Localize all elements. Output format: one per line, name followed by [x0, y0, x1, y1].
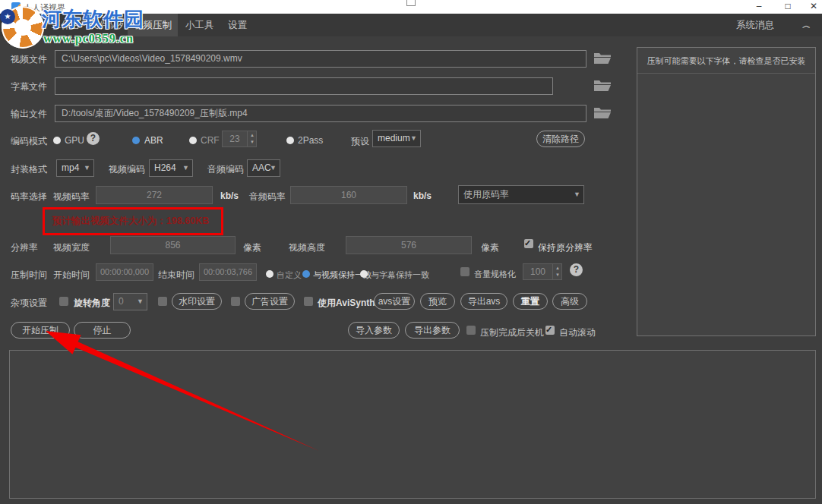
browse-subtitle-folder-icon[interactable] [594, 79, 611, 91]
chevron-down-icon: ▼ [182, 160, 189, 176]
radio-crf[interactable] [189, 137, 197, 144]
avisynth-label[interactable]: 使用AviSynth [318, 297, 375, 310]
output-file-label: 输出文件 [11, 108, 47, 121]
maximize-icon[interactable]: □ [779, 0, 796, 14]
audio-codec-select[interactable]: AAC ▼ [247, 159, 280, 177]
annotation-highlight-box: 预计输出视频文件大小为：198.60KB [43, 207, 223, 235]
radio-time-follow-subtitle[interactable] [360, 270, 368, 278]
rotate-select[interactable]: 0 ▼ [113, 293, 147, 310]
chevron-down-icon: ▼ [410, 131, 417, 146]
video-bitrate-label: 视频码率 [53, 191, 90, 203]
collapse-icon[interactable]: ︿ [802, 14, 811, 36]
container-format-select[interactable]: mp4 ▼ [56, 159, 94, 177]
video-file-input[interactable]: C:\Users\pc\Videos\Video_1578490209.wmv [55, 50, 586, 68]
export-avs-button[interactable]: 导出avs [460, 293, 507, 310]
import-params-button[interactable]: 导入参数 [348, 322, 400, 339]
shutdown-after-checkbox[interactable] [466, 326, 476, 335]
close-icon[interactable]: ✕ [805, 0, 822, 14]
radio-gpu-label[interactable]: GPU [65, 135, 84, 146]
menu-item-video-encode[interactable]: 视频压制 [128, 14, 178, 36]
minimize-icon[interactable]: – [751, 0, 767, 14]
volume-normalize-label[interactable]: 音量规格化 [474, 269, 516, 280]
browse-video-folder-icon[interactable] [594, 52, 611, 64]
bitrate-source-select[interactable]: 使用原码率 ▼ [458, 185, 584, 204]
watermark-settings-button[interactable]: 水印设置 [172, 293, 222, 310]
video-codec-select[interactable]: H264 ▼ [149, 159, 193, 177]
radio-time-follow-video[interactable] [302, 270, 310, 278]
radio-gpu[interactable] [53, 137, 61, 144]
radio-time-follow-subtitle-label[interactable]: 与字幕保持一致 [371, 269, 429, 281]
autoscroll-label[interactable]: 自动滚动 [559, 326, 596, 339]
ad-checkbox[interactable] [231, 297, 240, 306]
menu-item-file-queue[interactable]: 文件队列 [90, 14, 128, 36]
font-check-panel: 压制可能需要以下字体，请检查是否已安装 [637, 47, 816, 336]
container-format-value: mp4 [62, 162, 79, 173]
radio-abr-label[interactable]: ABR [144, 135, 163, 146]
audio-bitrate-input[interactable]: 160 [290, 186, 407, 204]
radio-2pass-label[interactable]: 2Pass [298, 135, 323, 146]
log-output[interactable] [9, 350, 816, 499]
browse-output-folder-icon[interactable] [594, 106, 611, 118]
advanced-button[interactable]: 高级 [552, 293, 587, 310]
volume-stepper[interactable]: 100 ▲ ▼ [523, 263, 562, 280]
menu-item-tools[interactable]: 小工具 [185, 14, 214, 36]
radio-time-custom-label[interactable]: 自定义 [277, 269, 302, 281]
width-unit-label: 像素 [243, 241, 261, 254]
gpu-help-icon[interactable]: ? [87, 132, 100, 145]
time-section-label: 压制时间 [11, 269, 47, 282]
reset-button[interactable]: 重置 [513, 293, 548, 310]
start-encode-button[interactable]: 开始压制 [11, 322, 70, 339]
preset-select[interactable]: medium ▼ [372, 130, 421, 147]
keep-resolution-label[interactable]: 保持原分辨率 [538, 241, 593, 254]
menu-item-workbench[interactable]: 工作台 [52, 14, 81, 36]
shutdown-after-label[interactable]: 压制完成后关机 [480, 326, 544, 339]
video-codec-label: 视频编码 [109, 163, 145, 176]
start-time-input[interactable]: 00:00:00,000 [96, 263, 153, 281]
volume-normalize-checkbox[interactable] [460, 267, 469, 276]
stepper-arrows-icon[interactable]: ▲ ▼ [247, 131, 256, 146]
audio-bitrate-unit: kb/s [413, 191, 432, 201]
bitrate-section-label: 码率选择 [11, 191, 47, 203]
rotate-label[interactable]: 旋转角度 [74, 297, 110, 310]
video-bitrate-input[interactable]: 272 [96, 186, 213, 204]
app-window: 人人译视界 – □ ✕ 工作台 文件队列 视频压制 小工具 设置 系统消息 ︿ … [0, 0, 822, 504]
titlebar: 人人译视界 – □ ✕ [0, 0, 822, 14]
check-icon: ✓ [524, 238, 531, 248]
preview-button[interactable]: 预览 [420, 293, 455, 310]
app-logo-icon [11, 2, 21, 11]
chevron-down-icon: ▼ [84, 160, 90, 176]
video-width-label: 视频宽度 [53, 241, 90, 254]
output-file-input[interactable]: D:/tools/桌面/Video_1578490209_压制版.mp4 [55, 105, 586, 122]
watermark-checkbox[interactable] [158, 297, 167, 306]
radio-crf-label[interactable]: CRF [201, 135, 220, 146]
export-params-button[interactable]: 导出参数 [405, 322, 460, 339]
autoscroll-checkbox[interactable]: ✓ [545, 326, 555, 335]
avs-settings-button[interactable]: avs设置 [374, 293, 415, 310]
menu-item-settings[interactable]: 设置 [228, 14, 247, 36]
volume-value: 100 [530, 266, 545, 277]
radio-abr[interactable] [132, 137, 140, 144]
radio-time-custom[interactable] [266, 270, 273, 278]
video-width-input[interactable]: 856 [110, 236, 236, 254]
avisynth-checkbox[interactable] [304, 297, 313, 306]
stepper-arrows-icon[interactable]: ▲ ▼ [552, 264, 561, 279]
subtitle-file-input[interactable] [55, 77, 553, 95]
video-file-label: 视频文件 [11, 53, 47, 66]
clear-path-button[interactable]: 清除路径 [536, 131, 585, 147]
menu-bar: 工作台 文件队列 视频压制 小工具 设置 系统消息 ︿ [0, 14, 822, 36]
stop-button[interactable]: 停止 [74, 322, 131, 339]
start-time-label: 开始时间 [53, 269, 90, 282]
rotate-value: 0 [119, 296, 124, 307]
radio-2pass[interactable] [286, 137, 294, 144]
keep-resolution-checkbox[interactable]: ✓ [524, 239, 533, 248]
video-height-input[interactable]: 576 [346, 236, 472, 254]
system-message-button[interactable]: 系统消息 [736, 14, 774, 36]
rotate-checkbox[interactable] [59, 297, 68, 306]
end-time-input[interactable]: 00:00:03,766 [199, 263, 257, 281]
bitrate-source-value: 使用原码率 [463, 189, 509, 200]
crf-value-stepper[interactable]: 23 ▲ ▼ [222, 131, 257, 147]
volume-help-icon[interactable]: ? [570, 263, 583, 276]
chevron-down-icon: ▼ [574, 186, 580, 203]
ad-settings-button[interactable]: 广告设置 [245, 293, 295, 310]
audio-codec-value: AAC [252, 162, 271, 173]
